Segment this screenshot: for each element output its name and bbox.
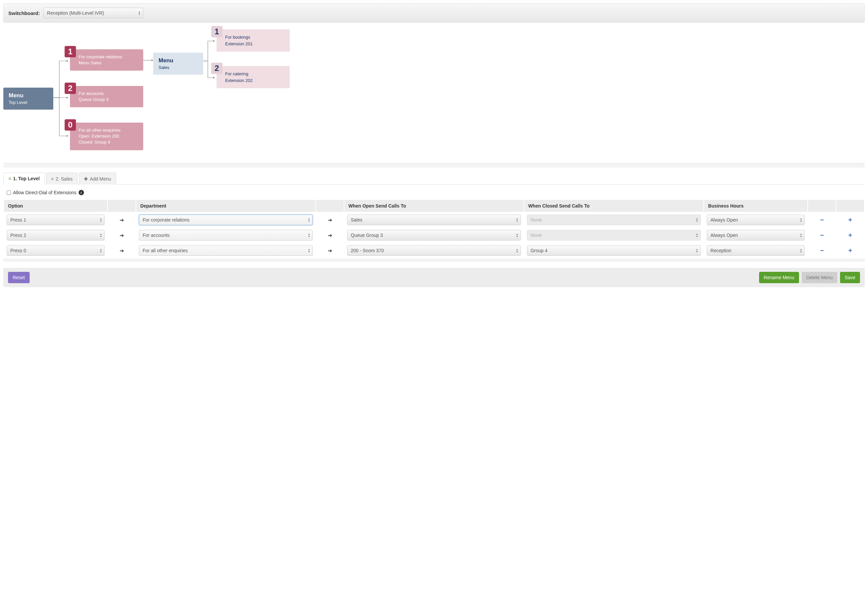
option-select[interactable]: Press 0 (7, 245, 105, 256)
plus-icon: ✚ (84, 176, 88, 182)
list-icon: ≡ (8, 176, 11, 181)
node-root-title: Menu (9, 92, 48, 99)
node-sub-1-digit: 1 (211, 26, 223, 37)
arrow-icon: ➔ (316, 228, 344, 243)
remove-row-button[interactable]: − (818, 232, 826, 239)
node-root-sub: Top Level (9, 100, 48, 105)
info-icon[interactable]: i (78, 190, 84, 195)
closed-select: None (527, 214, 701, 225)
button-bar: Reset Rename Menu Delete Menu Save (3, 268, 865, 287)
tab-sales[interactable]: ≡ 2. Sales (46, 173, 78, 185)
hours-select[interactable]: Always Open (707, 230, 805, 241)
open-select[interactable]: Queue Group 3 (347, 230, 521, 241)
node-option-2-digit: 2 (65, 83, 76, 94)
save-button[interactable]: Save (840, 272, 860, 283)
node-option-2-line1: For accounts (75, 91, 138, 97)
table-row: Press 2➔For accounts➔Queue Group 3NoneAl… (4, 228, 864, 243)
arrow-icon: ➔ (316, 243, 344, 258)
node-sub-1-line2: Extension 201 (222, 41, 285, 47)
remove-row-button[interactable]: − (818, 216, 826, 224)
tab-sales-label: 2. Sales (56, 176, 72, 182)
th-option: Option (4, 200, 107, 212)
table-row: Press 0➔For all other enquiries➔200 - Sn… (4, 243, 864, 258)
department-input[interactable]: For corporate relations (139, 214, 313, 225)
node-option-0-digit: 0 (65, 119, 76, 130)
allow-direct-dial-checkbox[interactable] (7, 191, 11, 195)
th-department: Department (136, 200, 316, 212)
options-table-wrap: Option Department When Open Send Calls T… (3, 199, 865, 259)
tabs: ≡ 1. Top Level ≡ 2. Sales ✚ Add Menu (3, 172, 865, 185)
node-option-1-digit: 1 (65, 46, 76, 57)
arrow-icon: ➔ (108, 243, 136, 258)
th-open: When Open Send Calls To (344, 200, 524, 212)
switchboard-bar: Switchboard: Reception (Multi-Level IVR) (3, 3, 865, 23)
node-sales-title: Menu (158, 57, 198, 64)
node-sub-2-line2: Extension 202 (222, 77, 285, 84)
hours-select[interactable]: Always Open (707, 214, 805, 225)
switchboard-select[interactable]: Reception (Multi-Level IVR) (43, 8, 143, 18)
reset-button[interactable]: Reset (8, 272, 30, 283)
arrow-icon: ➔ (316, 213, 344, 227)
list-icon: ≡ (51, 176, 54, 182)
divider (3, 163, 865, 167)
open-select[interactable]: Sales (347, 214, 521, 225)
closed-select[interactable]: Group 4 (527, 245, 701, 256)
department-input[interactable]: For all other enquiries (139, 245, 313, 256)
node-option-2-line2: Queue Group 3 (75, 97, 138, 103)
svg-marker-0 (66, 60, 68, 62)
open-select[interactable]: 200 - Snom 370 (347, 245, 521, 256)
svg-marker-1 (66, 97, 68, 99)
node-sub-2-line1: For catering (222, 71, 285, 77)
option-select[interactable]: Press 1 (7, 214, 105, 225)
node-sub-1[interactable]: 1 For bookings Extension 201 (217, 29, 290, 52)
arrow-icon: ➔ (108, 213, 136, 227)
closed-select: None (527, 230, 701, 241)
node-sub-1-line1: For bookings (222, 34, 285, 41)
node-option-1-line2: Menu Sales (75, 60, 138, 66)
node-option-0-line2: Open: Extension 200 (75, 133, 138, 139)
add-row-button[interactable]: + (846, 232, 854, 239)
add-row-button[interactable]: + (846, 247, 854, 254)
table-footer-strip (3, 259, 865, 262)
node-option-2[interactable]: 2 For accounts Queue Group 3 (70, 86, 143, 107)
svg-marker-5 (213, 40, 215, 42)
arrow-icon: ➔ (108, 228, 136, 243)
node-option-0-line3: Closed: Group 4 (75, 139, 138, 145)
node-sub-2-digit: 2 (211, 63, 223, 74)
allow-direct-dial-label: Allow Direct-Dial of Extensions (13, 190, 77, 195)
node-option-0[interactable]: 0 For all other enquiries Open: Extensio… (70, 123, 143, 150)
delete-menu-button: Delete Menu (802, 272, 837, 283)
add-row-button[interactable]: + (846, 216, 854, 224)
tab-top-level[interactable]: ≡ 1. Top Level (3, 173, 44, 185)
node-sales-sub: Sales (158, 65, 198, 70)
node-option-1-line1: For corporate relations (75, 54, 138, 60)
node-sales-menu[interactable]: Menu Sales (153, 53, 203, 75)
node-option-0-line1: For all other enquiries (75, 127, 138, 133)
ivr-diagram: Menu Top Level 1 For corporate relations… (3, 28, 865, 161)
svg-marker-6 (213, 77, 215, 78)
remove-row-button[interactable]: − (818, 247, 826, 254)
allow-direct-dial-row: Allow Direct-Dial of Extensions i (3, 185, 865, 199)
switchboard-label: Switchboard: (8, 10, 40, 16)
svg-marker-2 (66, 135, 68, 137)
switchboard-select-wrap: Reception (Multi-Level IVR) (43, 8, 143, 18)
table-row: Press 1➔For corporate relations➔SalesNon… (4, 213, 864, 227)
hours-select[interactable]: Reception (707, 245, 805, 256)
option-select[interactable]: Press 2 (7, 230, 105, 241)
th-hours: Business Hours (704, 200, 807, 212)
tab-top-level-label: 1. Top Level (13, 176, 40, 181)
rename-menu-button[interactable]: Rename Menu (759, 272, 799, 283)
options-table: Option Department When Open Send Calls T… (3, 199, 865, 259)
node-root-menu[interactable]: Menu Top Level (3, 87, 53, 109)
tab-add-menu[interactable]: ✚ Add Menu (79, 173, 116, 185)
department-input[interactable]: For accounts (139, 230, 313, 241)
node-option-1[interactable]: 1 For corporate relations Menu Sales (70, 49, 143, 71)
node-sub-2[interactable]: 2 For catering Extension 202 (217, 66, 290, 88)
th-closed: When Closed Send Calls To (524, 200, 703, 212)
tab-add-menu-label: Add Menu (90, 176, 111, 182)
